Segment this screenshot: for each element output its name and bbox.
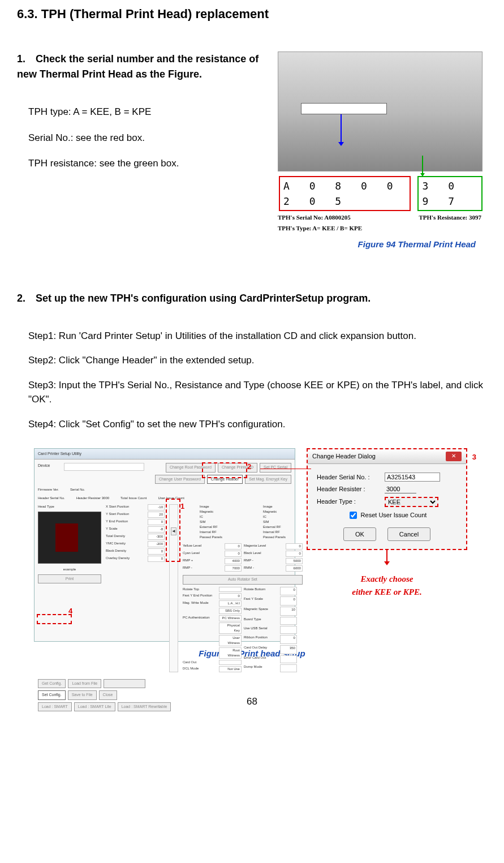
param-label: Card Out Delay xyxy=(244,645,278,654)
load-smart-lite-button[interactable]: Load : SMART Lite xyxy=(74,702,115,712)
col-magnetic-label: Magnetic xyxy=(200,509,222,514)
col-extrf-label2: External RF xyxy=(263,525,286,530)
param-label: X Start Position xyxy=(106,504,145,510)
param-label: Total Density xyxy=(106,534,145,540)
dlg-header-serial-input[interactable] xyxy=(385,473,440,482)
param-value: 0 xyxy=(148,519,165,525)
param-value: 0 xyxy=(280,596,297,606)
param-value: 7000 xyxy=(225,565,242,572)
dlg-header-type-select[interactable]: KEE xyxy=(385,497,438,507)
param-label: Mag. Write Mode xyxy=(183,600,217,607)
resistance-box: 3 0 9 7 xyxy=(417,176,483,211)
resist-info: TPH resistance: see the green box. xyxy=(17,156,261,171)
param-value: 4000 xyxy=(225,558,242,564)
param-value: 5000 xyxy=(286,558,303,564)
substep-4: Step4: Click "Set Config" to set the new… xyxy=(17,417,487,432)
tph-type-info: TPH type: A = KEE, B = KPE xyxy=(17,105,261,119)
param-label: Rotate Top xyxy=(183,587,217,592)
param-label: Board Type xyxy=(244,617,278,625)
param-value: 0 xyxy=(148,548,165,555)
param-value: -200 xyxy=(148,541,165,547)
param-label: RMP + xyxy=(183,558,222,564)
param-grid-bot-r: Rotate Bottom0Fast Y Scale0Magnetic Spac… xyxy=(244,587,297,672)
param-value: 20 xyxy=(148,512,165,518)
param-value xyxy=(219,660,242,665)
load-smart-rewritable-button[interactable]: Load : SMART Rewritable xyxy=(118,702,171,712)
param-value: 350 xyxy=(280,645,297,654)
param-label: Error Card Out xyxy=(244,655,278,663)
callout-number-1: 1 xyxy=(180,501,184,512)
figure94-caption: Figure 94 Thermal Print Head xyxy=(278,238,487,251)
arrow-icon xyxy=(422,156,423,174)
param-value: Root Witness xyxy=(219,647,242,659)
change-user-pw-button[interactable]: Change User Password xyxy=(155,475,205,484)
param-label: Black Level xyxy=(244,551,283,557)
param-label: Black Density xyxy=(106,548,145,555)
serial-annotation: TPH's Serial No: A0800205 xyxy=(278,213,351,222)
param-value: 10 xyxy=(280,607,297,616)
param-value: 0 xyxy=(148,556,165,562)
set-mag-key-button[interactable]: Set Mag. Encrypt Key xyxy=(245,475,291,484)
param-label xyxy=(183,635,217,646)
load-smart-button[interactable]: Load : SMART xyxy=(38,702,72,712)
save-to-file-button[interactable]: Save to File xyxy=(68,690,97,700)
param-value: -10 xyxy=(148,504,165,510)
auto-rotator-button[interactable]: Auto Rotator Set xyxy=(183,575,303,585)
col-ic-label2: IC xyxy=(263,514,286,519)
substep-2: Step2: Click "Change Header" in the exte… xyxy=(17,353,487,368)
param-label: Y End Position xyxy=(106,519,145,525)
param-label: Cyan Level xyxy=(183,551,222,557)
change-header-button[interactable]: Change Header xyxy=(207,475,243,484)
change-header-dialog: Change Header Dialog ✕ Header Serial No.… xyxy=(307,448,467,550)
expansion-slider[interactable]: ◄ xyxy=(169,504,178,672)
step2-heading: 2. Set up the new TPH's configuration us… xyxy=(17,291,487,306)
param-value: 0 xyxy=(225,551,242,557)
print-button[interactable]: Print xyxy=(38,574,101,584)
dialog-title-text: Change Header Dialog xyxy=(312,452,376,461)
col-extrf-label: External RF xyxy=(200,525,222,530)
window-title: Card Printer Setup Utility xyxy=(38,451,81,457)
callout-number-2: 2 xyxy=(247,461,251,473)
header-serial-label: Header Serial No. xyxy=(38,496,65,500)
param-label: RMP - xyxy=(244,558,283,564)
col-intrf-label: Internal RF xyxy=(200,530,222,535)
set-config-button[interactable]: Set Config. xyxy=(38,690,66,700)
set-pc-serial-button[interactable]: Set PC Serial xyxy=(260,463,291,473)
param-label: RMP - xyxy=(183,565,222,572)
load-from-file-button[interactable]: Load from File xyxy=(68,679,101,689)
param-grid-mid: Yellow Level0Cyan Level0RMP +4000RMP -70… xyxy=(183,543,242,572)
device-select[interactable] xyxy=(64,463,144,471)
param-value: Physical Key xyxy=(219,622,242,634)
dlg-cancel-button[interactable]: Cancel xyxy=(387,527,430,542)
param-value: 0 xyxy=(225,543,242,549)
dlg-header-type-label: Header Type : xyxy=(317,497,385,506)
dlg-ok-button[interactable]: OK xyxy=(343,527,376,542)
callout-number-3: 3 xyxy=(472,452,476,463)
dlg-reset-issue-label: Reset User Issue Count xyxy=(361,510,427,520)
param-label: Y Start Position xyxy=(106,512,145,518)
get-config-button[interactable]: Get Config. xyxy=(38,679,66,689)
param-label: Rotate Bottom xyxy=(244,587,278,596)
callout-number-4: 4 xyxy=(68,606,72,617)
param-label: Dump Mode xyxy=(244,664,278,672)
change-root-pw-button[interactable]: Change Root Password xyxy=(166,463,216,473)
param-label: Fast Y Scale xyxy=(244,596,278,606)
dlg-header-serial-label: Header Serial No. : xyxy=(317,473,385,482)
col-passed-label: Passed Panels xyxy=(200,535,222,540)
dlg-header-resister-input[interactable] xyxy=(385,485,416,493)
arrow-icon xyxy=(386,550,387,563)
param-grid-bot-l: Rotate TopFast Y End Position0Mag. Write… xyxy=(183,587,242,672)
param-label: PC Authentication xyxy=(183,615,217,621)
change-printer-id-button[interactable]: Change Printer ID xyxy=(218,463,257,473)
resist-annotation: TPH's Resistance: 3097 xyxy=(419,213,481,222)
close-icon[interactable]: ✕ xyxy=(446,452,462,461)
param-label: YMC Density xyxy=(106,541,145,547)
param-label xyxy=(183,622,217,634)
col-image-label2: Image xyxy=(263,504,286,509)
param-value: PC Witness xyxy=(219,615,242,621)
total-issue-label: Total Issue Count xyxy=(120,496,147,500)
close-button[interactable]: Close xyxy=(99,690,117,700)
head-type-label: Head Type xyxy=(38,504,101,509)
section-title: 6.3. TPH (Thermal Print Head) replacemen… xyxy=(17,5,487,23)
dlg-reset-issue-checkbox[interactable] xyxy=(350,512,357,519)
